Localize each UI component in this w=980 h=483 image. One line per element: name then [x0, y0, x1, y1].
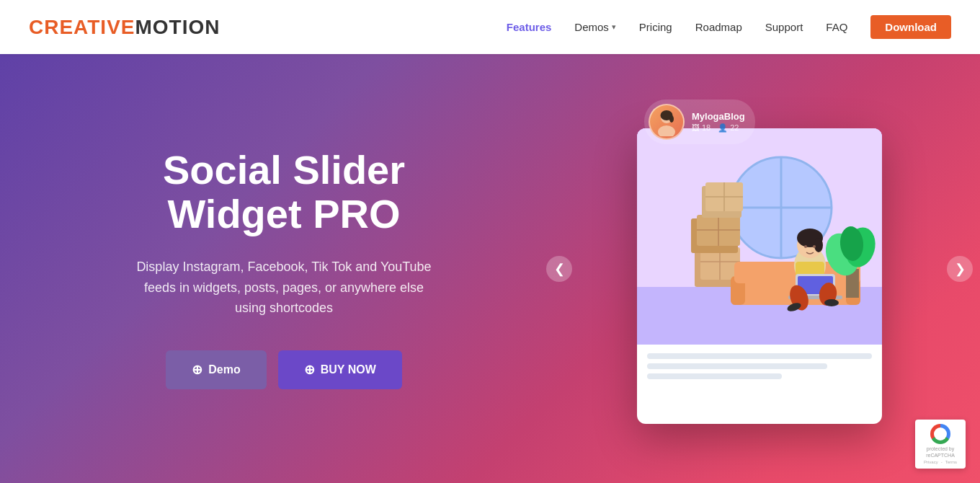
- svg-point-40: [824, 299, 839, 306]
- card-image: [637, 128, 882, 345]
- nav-demos[interactable]: Demos ▾: [574, 21, 616, 33]
- hero-visual: ❮ MylogaBlog: [539, 54, 980, 483]
- profile-stat-posts: 🖼 18: [692, 123, 710, 133]
- card-caption: [637, 345, 882, 388]
- site-header: CREATIVE MOTION Features Demos ▾ Pricing…: [0, 0, 980, 54]
- social-post-card: [637, 128, 882, 424]
- caption-line-2: [647, 363, 827, 369]
- buy-icon: ⊕: [304, 362, 315, 378]
- recaptcha-inner-circle: [934, 427, 947, 440]
- chevron-down-icon: ▾: [612, 22, 616, 32]
- svg-point-3: [669, 115, 674, 123]
- nav-support[interactable]: Support: [765, 21, 803, 33]
- hero-buttons: ⊕ Demo ⊕ BUY NOW: [166, 350, 402, 389]
- hero-content: Social Slider Widget PRO Display Instagr…: [0, 148, 539, 390]
- svg-point-33: [813, 245, 816, 248]
- demo-button[interactable]: ⊕ Demo: [166, 350, 266, 389]
- recaptcha-terms-link[interactable]: Terms: [945, 460, 957, 464]
- nav-features[interactable]: Features: [507, 21, 552, 33]
- nav-faq[interactable]: FAQ: [826, 21, 847, 33]
- nav-pricing[interactable]: Pricing: [639, 21, 672, 33]
- svg-point-1: [658, 125, 675, 136]
- profile-info: MylogaBlog 🖼 18 👤 22: [692, 111, 745, 133]
- demo-icon: ⊕: [192, 362, 202, 378]
- social-profile-bar: MylogaBlog 🖼 18 👤 22: [644, 99, 755, 144]
- recaptcha-text: protected by reCAPTCHA: [919, 446, 961, 458]
- hero-section: Social Slider Widget PRO Display Instagr…: [0, 0, 980, 483]
- logo-creative: CREATIVE: [29, 16, 135, 39]
- recaptcha-privacy-link[interactable]: Privacy: [924, 460, 938, 464]
- svg-point-32: [804, 245, 807, 248]
- profile-stat-followers: 👤 22: [718, 123, 739, 133]
- buy-now-button[interactable]: ⊕ BUY NOW: [278, 350, 402, 389]
- logo-motion: MOTION: [135, 16, 220, 39]
- nav-download[interactable]: Download: [870, 15, 951, 39]
- slider-next-button[interactable]: ❯: [947, 256, 973, 282]
- caption-line-1: [647, 353, 872, 359]
- recaptcha-logo-icon: [930, 424, 950, 444]
- profile-stats: 🖼 18 👤 22: [692, 123, 745, 133]
- main-nav: Features Demos ▾ Pricing Roadmap Support…: [507, 15, 951, 39]
- caption-lines: [647, 353, 872, 379]
- hero-description: Display Instagram, Facebook, Tik Tok and…: [133, 257, 435, 319]
- nav-roadmap[interactable]: Roadmap: [695, 21, 742, 33]
- social-card-wrapper: MylogaBlog 🖼 18 👤 22: [637, 128, 882, 424]
- svg-point-31: [814, 238, 823, 252]
- profile-avatar: [649, 104, 685, 140]
- hero-title: Social Slider Widget PRO: [163, 148, 405, 236]
- hero-illustration: [637, 128, 882, 345]
- recaptcha-links: Privacy - Terms: [924, 460, 957, 464]
- site-logo[interactable]: CREATIVE MOTION: [29, 16, 220, 39]
- slider-prev-button[interactable]: ❮: [546, 256, 572, 282]
- profile-name: MylogaBlog: [692, 111, 745, 122]
- caption-line-3: [647, 373, 782, 379]
- recaptcha-badge: protected by reCAPTCHA Privacy - Terms: [915, 420, 966, 469]
